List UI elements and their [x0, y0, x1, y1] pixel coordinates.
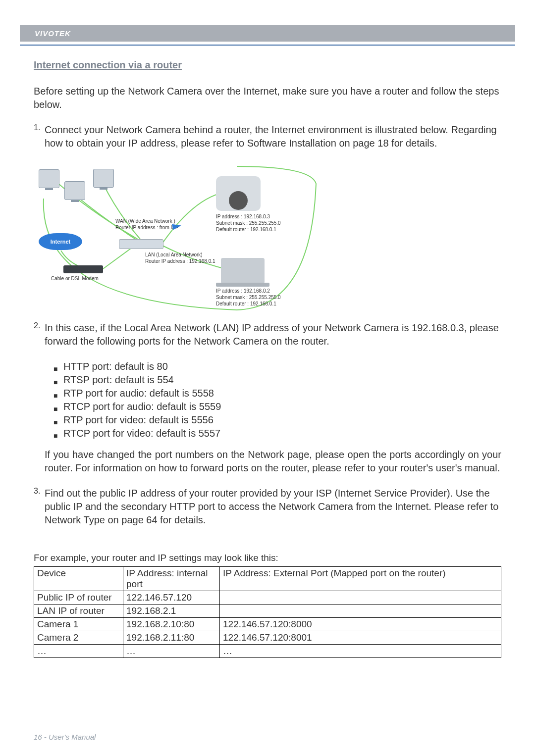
lan-label: LAN (Local Area Network) Router IP addre…	[145, 252, 215, 264]
list-item: ■RTCP port for audio: default is 5559	[54, 400, 501, 413]
step-2-note: If you have changed the port numbers on …	[45, 448, 501, 475]
monitor-icon	[39, 169, 59, 188]
laptop-label: IP address : 192.168.0.2 Subnet mask : 2…	[216, 288, 281, 307]
laptop-icon	[221, 258, 265, 284]
table-row: Camera 2 192.168.2.11:80 122.146.57.120:…	[34, 631, 501, 644]
list-item: ■RTSP port: default is 554	[54, 373, 501, 387]
step-2: 2. In this case, if the Local Area Netwo…	[34, 321, 501, 360]
network-diagram: Internet Cable or DSL Modem WAN (Wide Ar…	[34, 164, 341, 312]
table-row: … … …	[34, 644, 501, 657]
table-row: Public IP of router 122.146.57.120	[34, 591, 501, 604]
page-content: Internet connection via a router Before …	[34, 59, 501, 658]
list-item: ■RTP port for audio: default is 5558	[54, 387, 501, 400]
page-footer: 16 - User's Manual	[34, 733, 96, 741]
step-3: 3. Find out the public IP address of you…	[34, 487, 501, 539]
step-1-text: Connect your Network Camera behind a rou…	[45, 123, 501, 150]
monitor-icon	[93, 169, 114, 188]
table-intro: For example, your router and IP settings…	[34, 552, 501, 564]
wan-label: WAN (Wide Area Network ) Router IP addre…	[115, 218, 179, 231]
internet-cloud-icon: Internet	[39, 233, 82, 250]
monitor-icon	[64, 181, 85, 200]
step-number: 1.	[34, 123, 45, 162]
header-rule	[20, 45, 515, 46]
list-item: ■RTCP port for video: default is 5557	[54, 427, 501, 440]
step-number: 2.	[34, 321, 45, 360]
modem-icon	[63, 265, 103, 273]
ip-settings-table: Device IP Address: internal port IP Addr…	[34, 566, 501, 658]
section-title: Internet connection via a router	[34, 59, 501, 71]
list-item: ■HTTP port: default is 80	[54, 360, 501, 373]
table-row: Device IP Address: internal port IP Addr…	[34, 566, 501, 591]
camera-icon	[216, 176, 261, 211]
table-row: Camera 1 192.168.2.10:80 122.146.57.120:…	[34, 617, 501, 631]
camera-label: IP address : 192.168.0.3 Subnet mask : 2…	[216, 213, 281, 233]
router-icon	[119, 239, 163, 249]
modem-label: Cable or DSL Modem	[51, 276, 99, 281]
list-item: ■RTP port for video: default is 5556	[54, 413, 501, 427]
step-2-text: In this case, if the Local Area Network …	[45, 321, 501, 348]
table-header: IP Address: External Port (Mapped port o…	[220, 566, 501, 591]
intro-text: Before setting up the Network Camera ove…	[34, 85, 501, 111]
table-header: Device	[34, 566, 123, 591]
table-header: IP Address: internal port	[123, 566, 220, 591]
brand-text: VIVOTEK	[35, 29, 71, 38]
table-row: LAN IP of router 192.168.2.1	[34, 604, 501, 617]
port-list: ■HTTP port: default is 80 ■RTSP port: de…	[54, 360, 501, 440]
step-number: 3.	[34, 487, 45, 539]
step-1: 1. Connect your Network Camera behind a …	[34, 123, 501, 162]
header-bar: VIVOTEK	[20, 25, 515, 42]
step-3-text: Find out the public IP address of your r…	[45, 487, 501, 527]
